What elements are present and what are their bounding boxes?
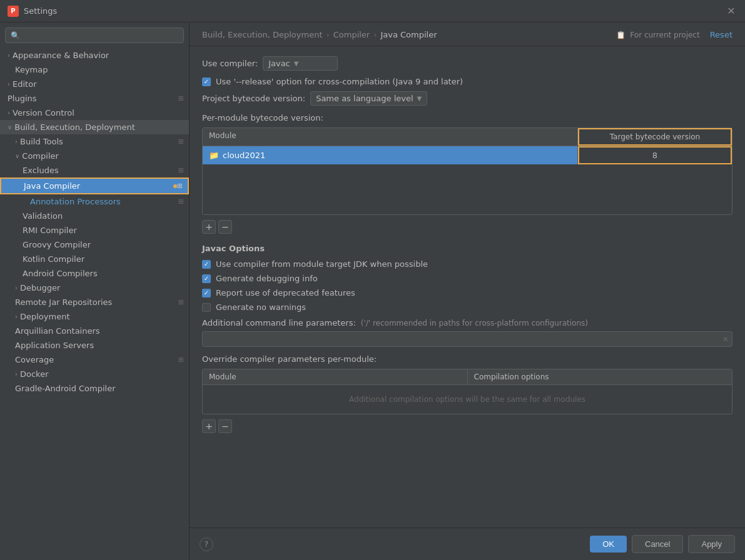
option-row-3: Generate no warnings <box>202 302 732 312</box>
remove-module-button[interactable]: − <box>218 220 232 234</box>
override-remove-button[interactable]: − <box>218 419 232 433</box>
add-module-button[interactable]: + <box>202 220 216 234</box>
search-box[interactable]: 🔍 <box>5 28 184 43</box>
table-row[interactable]: 📁 cloud2021 8 <box>203 146 732 164</box>
sidebar-item-arquillian[interactable]: Arquillian Containers <box>0 324 189 338</box>
sidebar-item-rmi-compiler[interactable]: RMI Compiler <box>0 223 189 238</box>
additional-params-label: Additional command line parameters: <box>202 318 356 328</box>
option-checkbox-3[interactable] <box>202 303 211 312</box>
sidebar-item-deployment[interactable]: › Deployment <box>0 309 189 324</box>
search-input[interactable] <box>24 31 178 40</box>
for-project-label: 📋 For current project <box>616 31 700 39</box>
sidebar-item-label: Remote Jar Repositories <box>15 298 178 307</box>
file-icon: ⊞ <box>178 198 184 206</box>
module-table: Module Target bytecode version 📁 cloud20… <box>202 128 732 215</box>
sidebar-item-label: Coverage <box>15 355 178 364</box>
settings-body: Use compiler: Javac ▼ Use '--release' op… <box>190 46 745 528</box>
sidebar-item-label: Deployment <box>20 312 184 321</box>
compiler-select[interactable]: Javac ▼ <box>263 56 338 71</box>
sidebar-item-kotlin-compiler[interactable]: Kotlin Compiler <box>0 252 189 266</box>
override-section: Override compiler parameters per-module:… <box>202 354 732 433</box>
project-icon: 📋 <box>616 31 626 39</box>
dropdown-arrow-icon: ▼ <box>294 60 299 67</box>
breadcrumb-part3: Java Compiler <box>380 30 437 39</box>
sidebar-item-compiler[interactable]: ∨ Compiler <box>0 149 189 163</box>
main-content: 🔍 › Appearance & Behavior Keymap › Edito… <box>0 22 745 560</box>
cross-compilation-row: Use '--release' option for cross-compila… <box>202 77 732 86</box>
use-compiler-row: Use compiler: Javac ▼ <box>202 56 732 71</box>
col-module: Module <box>203 128 578 146</box>
sidebar-item-annotation-processors[interactable]: Annotation Processors ⊞ <box>0 194 189 209</box>
sidebar-item-excludes[interactable]: Excludes ⊞ <box>0 163 189 178</box>
file-icon: ⊞ <box>178 298 184 306</box>
arrow-icon: › <box>15 313 18 320</box>
table-header: Module Target bytecode version <box>203 128 732 146</box>
sidebar-item-docker[interactable]: › Docker <box>0 367 189 381</box>
override-empty-note: Additional compilation options will be t… <box>203 385 732 414</box>
sidebar-item-label: Build Tools <box>20 137 178 146</box>
cross-compilation-checkbox[interactable] <box>202 78 211 86</box>
sidebar-item-android-compilers[interactable]: Android Compilers <box>0 266 189 281</box>
sidebar-item-app-servers[interactable]: Application Servers <box>0 338 189 352</box>
sidebar-item-appearance[interactable]: › Appearance & Behavior <box>0 48 189 62</box>
sidebar-item-label: Docker <box>20 369 184 379</box>
arrow-icon: › <box>15 371 18 378</box>
sidebar-item-label: Application Servers <box>15 341 184 350</box>
override-add-remove-row: + − <box>202 419 732 433</box>
sidebar-item-remote-jar[interactable]: Remote Jar Repositories ⊞ <box>0 295 189 309</box>
additional-params-note: ('/' recommended in paths for cross-plat… <box>361 319 588 328</box>
sidebar-item-editor[interactable]: › Editor <box>0 77 189 91</box>
sidebar-item-version-control[interactable]: › Version Control <box>0 106 189 120</box>
module-name-cell: 📁 cloud2021 <box>203 146 578 164</box>
sidebar-item-label: Android Compilers <box>23 269 184 278</box>
option-row-2: Report use of deprecated features <box>202 288 732 298</box>
settings-window: P Settings ✕ 🔍 › Appearance & Behavior K… <box>0 0 745 560</box>
arrow-icon: › <box>15 138 18 145</box>
sidebar-item-build-tools[interactable]: › Build Tools ⊞ <box>0 134 189 149</box>
project-bytecode-select[interactable]: Same as language level ▼ <box>310 91 427 106</box>
col-target: Target bytecode version <box>578 128 732 146</box>
sidebar-item-groovy-compiler[interactable]: Groovy Compiler <box>0 238 189 252</box>
file-icon: ⊞ <box>177 182 183 190</box>
target-version-cell[interactable]: 8 <box>578 146 732 164</box>
sidebar-item-label: Appearance & Behavior <box>13 51 184 60</box>
sidebar-item-label: Build, Execution, Deployment <box>14 122 184 132</box>
additional-params-section: Additional command line parameters: ('/'… <box>202 318 732 347</box>
help-button[interactable]: ? <box>200 538 213 551</box>
breadcrumb-part2[interactable]: Compiler <box>333 30 370 39</box>
clear-input-button[interactable]: ✕ <box>722 335 729 344</box>
sidebar-item-debugger[interactable]: › Debugger <box>0 281 189 295</box>
arrow-icon: › <box>8 52 10 59</box>
titlebar: P Settings ✕ <box>0 0 745 22</box>
option-label-2: Report use of deprecated features <box>216 288 355 298</box>
bottom-bar: ? OK Cancel Apply <box>190 528 745 560</box>
cancel-button[interactable]: Cancel <box>632 535 683 553</box>
option-checkbox-0[interactable] <box>202 260 211 269</box>
close-button[interactable]: ✕ <box>725 5 737 18</box>
sidebar-item-keymap[interactable]: Keymap <box>0 62 189 77</box>
sidebar-item-label: Gradle-Android Compiler <box>15 384 184 393</box>
app-icon: P <box>8 6 19 17</box>
sidebar-item-plugins[interactable]: Plugins ⊞ <box>0 91 189 106</box>
reset-button[interactable]: Reset <box>710 30 732 39</box>
module-folder-icon: 📁 <box>209 151 219 160</box>
sidebar-item-validation[interactable]: Validation <box>0 209 189 223</box>
sidebar-item-build-execution[interactable]: ∨ Build, Execution, Deployment <box>0 120 189 134</box>
sidebar-item-label: Debugger <box>20 283 184 292</box>
ok-button[interactable]: OK <box>590 536 627 552</box>
sidebar-item-gradle-android[interactable]: Gradle-Android Compiler <box>0 381 189 396</box>
option-checkbox-1[interactable] <box>202 274 211 283</box>
override-add-button[interactable]: + <box>202 419 216 433</box>
sidebar-item-label: Compiler <box>22 151 184 161</box>
sidebar-item-java-compiler[interactable]: Java Compiler ⊞ <box>0 178 189 194</box>
breadcrumb-right: 📋 For current project Reset <box>616 30 732 39</box>
sidebar-item-coverage[interactable]: Coverage ⊞ <box>0 352 189 367</box>
apply-button[interactable]: Apply <box>688 535 735 553</box>
arrow-icon: ∨ <box>15 152 19 159</box>
breadcrumb-sep2: › <box>373 30 377 39</box>
additional-params-input[interactable] <box>202 331 732 347</box>
option-checkbox-2[interactable] <box>202 289 211 298</box>
sidebar-item-label: Arquillian Containers <box>15 326 184 336</box>
breadcrumb-part1[interactable]: Build, Execution, Deployment <box>202 30 322 39</box>
additional-params-header: Additional command line parameters: ('/'… <box>202 318 732 328</box>
